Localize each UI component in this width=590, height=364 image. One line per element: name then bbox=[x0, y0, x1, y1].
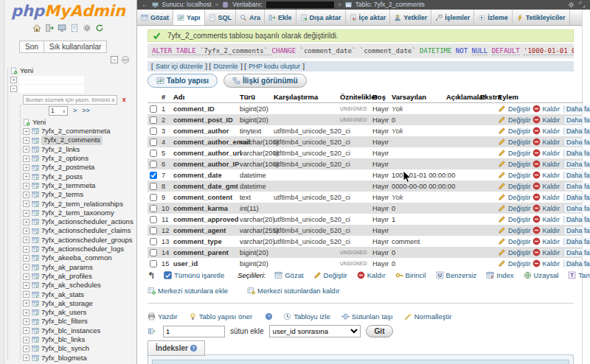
tree-table-item[interactable]: +7yfx_blc_synch bbox=[4, 344, 136, 353]
expand-icon[interactable]: + bbox=[23, 164, 30, 171]
tree-table-item[interactable]: +7yfx_actionscheduler_actions bbox=[4, 217, 136, 226]
drop-column-link[interactable]: Kaldır bbox=[532, 116, 560, 124]
monitor-icon[interactable] bbox=[58, 24, 66, 32]
row-checkbox[interactable] bbox=[150, 172, 157, 179]
tree-table-item[interactable]: +7yfx_ak_stats bbox=[4, 290, 136, 299]
drop-column-link[interactable]: Kaldır bbox=[532, 193, 560, 201]
expand-icon[interactable]: + bbox=[23, 137, 30, 144]
row-checkbox[interactable] bbox=[150, 139, 157, 146]
drop-column-link[interactable]: Kaldır bbox=[532, 237, 560, 245]
change-column-link[interactable]: Değiştir bbox=[498, 237, 531, 245]
row-checkbox[interactable] bbox=[150, 150, 157, 157]
drop-column-link[interactable]: Kaldır bbox=[532, 204, 560, 212]
tree-table-item[interactable]: +7yfx_2_terms bbox=[4, 190, 136, 199]
drop-column-link[interactable]: Kaldır bbox=[532, 127, 560, 135]
sidebar-tab-favorites[interactable]: Sık kullanılanlar bbox=[44, 41, 108, 53]
sql-edit-link-2[interactable]: PHP kodu oluştur bbox=[249, 63, 300, 70]
tab-browse[interactable]: Gözat bbox=[137, 10, 173, 25]
expand-icon[interactable]: + bbox=[23, 346, 30, 352]
more-actions-link[interactable]: Daha fazla bbox=[563, 161, 590, 168]
row-checkbox[interactable] bbox=[150, 161, 157, 168]
tree-table-item[interactable]: +7yfx_ak_storage bbox=[4, 299, 136, 308]
tree-table-item[interactable]: +7yfx_akeeba_common bbox=[4, 253, 136, 262]
change-column-link[interactable]: Değiştir bbox=[498, 193, 531, 201]
tool-move-columns[interactable]: Sütunları taşı bbox=[341, 312, 393, 321]
more-actions-link[interactable]: Daha fazla bbox=[563, 172, 590, 179]
tab-export[interactable]: Dışa aktar bbox=[296, 10, 346, 25]
tool-propose-structure[interactable]: Tablo yapısı öner bbox=[189, 312, 252, 321]
change-column-link[interactable]: Değiştir bbox=[498, 105, 531, 113]
expand-icon[interactable]: + bbox=[23, 237, 30, 243]
selected-fulltext[interactable]: TTam metin bbox=[568, 271, 590, 279]
tab-operations[interactable]: İşlemler bbox=[431, 10, 474, 25]
more-actions-link[interactable]: Daha fazla bbox=[563, 238, 590, 245]
tab-structure[interactable]: Yapı bbox=[173, 10, 205, 25]
go-button[interactable]: Git bbox=[366, 325, 394, 337]
expand-icon[interactable]: + bbox=[23, 228, 30, 234]
change-column-link[interactable]: Değiştir bbox=[498, 171, 531, 179]
more-actions-link[interactable]: Daha fazla bbox=[563, 139, 590, 146]
tree-table-item[interactable]: +7yfx_ak_users bbox=[4, 308, 136, 317]
tab-import[interactable]: İçe aktar bbox=[346, 10, 391, 25]
row-checkbox[interactable] bbox=[150, 205, 157, 212]
drop-column-link[interactable]: Kaldır bbox=[532, 105, 560, 113]
change-column-link[interactable]: Değiştir bbox=[498, 204, 531, 212]
expand-icon[interactable]: + bbox=[23, 300, 30, 307]
change-column-link[interactable]: Değiştir bbox=[498, 138, 531, 146]
row-checkbox[interactable] bbox=[150, 105, 157, 113]
tree-table-item[interactable]: +7yfx_ak_schedules bbox=[4, 281, 136, 290]
drop-column-link[interactable]: Kaldır bbox=[532, 149, 560, 157]
tree-table-item[interactable]: +7yfx_2_term_taxonomy bbox=[4, 209, 136, 217]
drop-column-link[interactable]: Kaldır bbox=[532, 215, 560, 223]
column-count-input[interactable] bbox=[163, 326, 225, 337]
tree-filter-input[interactable] bbox=[23, 95, 117, 105]
tab-triggers[interactable]: Tetikleyiciler bbox=[513, 10, 570, 25]
tree-table-item[interactable]: +7yfx_actionscheduler_groups bbox=[4, 236, 136, 245]
docs-icon[interactable] bbox=[70, 24, 79, 32]
exit-icon[interactable] bbox=[45, 24, 54, 32]
change-column-link[interactable]: Değiştir bbox=[498, 149, 531, 157]
more-actions-link[interactable]: Daha fazla bbox=[563, 150, 590, 157]
page-last-link[interactable]: >> bbox=[82, 107, 90, 114]
selected-primary[interactable]: Birincil bbox=[395, 271, 426, 279]
expand-icon[interactable]: + bbox=[23, 210, 30, 217]
expand-icon[interactable]: + bbox=[23, 155, 30, 162]
change-column-link[interactable]: Değiştir bbox=[498, 215, 531, 223]
breadcrumb-table[interactable]: Tablo: 7yfx_2_comments bbox=[355, 0, 425, 10]
row-checkbox[interactable] bbox=[150, 194, 157, 201]
more-actions-link[interactable]: Daha fazla bbox=[563, 105, 590, 113]
relation-view-button[interactable]: İlişki görünümü bbox=[223, 74, 306, 88]
change-column-link[interactable]: Değiştir bbox=[498, 116, 531, 124]
tree-table-item[interactable]: +7yfx_ak_profiles bbox=[4, 272, 136, 281]
tree-table-item[interactable]: +7yfx_actionscheduler_claims bbox=[4, 226, 136, 235]
tab-privileges[interactable]: Yetkiler bbox=[390, 10, 431, 25]
clear-filter-icon[interactable]: x bbox=[122, 96, 126, 103]
tree-table-item[interactable]: +7yfx_2_posts bbox=[4, 172, 136, 181]
more-actions-link[interactable]: Daha fazla bbox=[563, 127, 590, 135]
breadcrumb-database-label[interactable]: Veritabanı: bbox=[232, 0, 263, 10]
tree-table-item[interactable]: +7yfx_2_commentmeta bbox=[4, 127, 136, 136]
expand-icon[interactable]: + bbox=[23, 282, 30, 289]
refresh-icon[interactable] bbox=[95, 24, 104, 32]
expand-icon[interactable]: + bbox=[23, 128, 30, 135]
drop-column-link[interactable]: Kaldır bbox=[532, 182, 560, 190]
help-icon[interactable]: ? bbox=[266, 313, 272, 320]
breadcrumb-server[interactable]: Sunucu: localhost bbox=[162, 0, 212, 10]
selected-change[interactable]: Değiştir bbox=[313, 271, 347, 279]
selected-index[interactable]: Index bbox=[486, 271, 513, 279]
tree-table-item[interactable]: +7yfx_2_termmeta bbox=[4, 181, 136, 190]
expand-icon[interactable]: + bbox=[23, 246, 30, 253]
expand-icon[interactable]: + bbox=[23, 255, 30, 262]
drop-column-link[interactable]: Kaldır bbox=[532, 138, 560, 146]
row-checkbox[interactable] bbox=[150, 238, 157, 245]
expand-icon[interactable]: + bbox=[23, 264, 30, 270]
tree-table-item[interactable]: +7yfx_blc_links bbox=[4, 335, 136, 344]
tree-table-item[interactable]: +7yfx_blogmeta bbox=[4, 354, 136, 363]
tab-sql[interactable]: SQL bbox=[205, 10, 237, 25]
tab-tracking[interactable]: İzleme bbox=[474, 10, 513, 25]
help-icon[interactable]: ? bbox=[190, 345, 197, 351]
expand-panel-icon[interactable] bbox=[579, 1, 586, 8]
tool-track-table[interactable]: Tabloyu izle bbox=[283, 312, 330, 321]
expand-icon[interactable]: + bbox=[23, 337, 30, 343]
sql-edit-link-1[interactable]: Düzenle bbox=[214, 63, 238, 70]
